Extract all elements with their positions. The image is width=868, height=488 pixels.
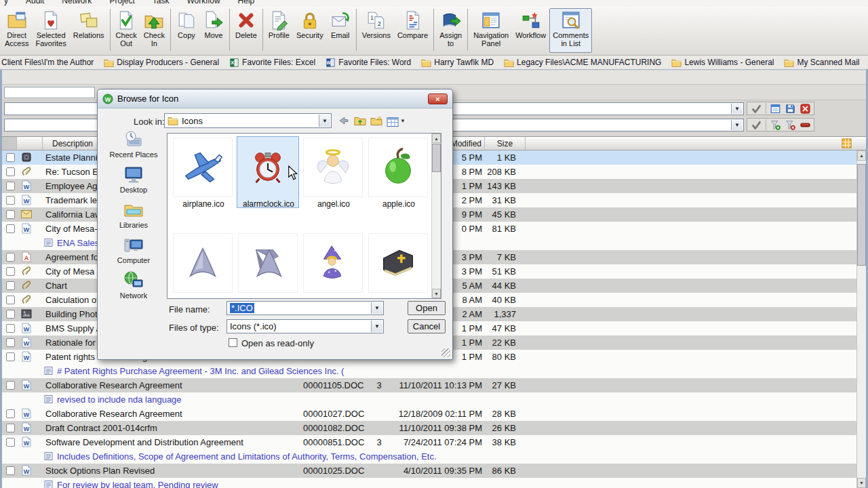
- toolbar-check-in[interactable]: CheckIn: [140, 8, 168, 53]
- toolbar-copy[interactable]: Copy: [173, 8, 200, 53]
- header-icon-column[interactable]: [17, 137, 43, 150]
- row-checkbox[interactable]: [6, 338, 15, 347]
- chevron-down-icon[interactable]: ▼: [371, 302, 382, 314]
- row-checkbox[interactable]: [6, 381, 15, 390]
- scroll-up-icon[interactable]: ▲: [432, 134, 441, 143]
- toolbar-relations[interactable]: Relations: [70, 8, 108, 53]
- toolbar-check-out[interactable]: CheckOut: [113, 8, 140, 53]
- favorite-tab-legacy-files-acme-manufacturin[interactable]: Legacy Files\ACME MANUFACTURING: [504, 58, 661, 67]
- row-checkbox[interactable]: [6, 253, 15, 262]
- row-checkbox[interactable]: [6, 352, 15, 361]
- chevron-down-icon[interactable]: ▼: [731, 104, 743, 114]
- up-one-level-icon[interactable]: [353, 113, 368, 128]
- save-icon[interactable]: [785, 103, 796, 114]
- quick-search-input[interactable]: [4, 87, 95, 98]
- row-checkbox[interactable]: [6, 296, 15, 304]
- dialog-titlebar[interactable]: W Browse for Icon ×: [98, 89, 452, 108]
- sidebar-item-recent-places[interactable]: Recent Places: [102, 129, 165, 159]
- toolbar-security[interactable]: Security: [293, 8, 327, 53]
- chevron-down-icon[interactable]: ▼: [731, 120, 743, 130]
- comment-row[interactable]: # Patent Rights Purchase Agreement - 3M …: [2, 364, 856, 378]
- favorite-tab-my-scanned-mail[interactable]: My Scanned Mail: [784, 58, 859, 67]
- file-name-combo[interactable]: *.ICO ▼: [226, 301, 384, 315]
- favorite-tab-display-producers-general[interactable]: Display Producers - General: [104, 58, 219, 67]
- row-checkbox[interactable]: [6, 153, 15, 162]
- icon-file-angel-ico[interactable]: angel.ico: [302, 136, 364, 208]
- scrollbar-thumb[interactable]: [857, 164, 866, 266]
- close-icon[interactable]: ×: [428, 94, 448, 104]
- new-folder-icon[interactable]: [369, 113, 384, 128]
- toolbar-profile[interactable]: Profile: [265, 8, 293, 53]
- row-checkbox[interactable]: [6, 210, 15, 219]
- favorite-tab-favorite-files-excel[interactable]: XFavorite Files: Excel: [229, 58, 315, 67]
- row-checkbox[interactable]: [6, 324, 15, 333]
- row-checkbox[interactable]: [6, 438, 15, 447]
- row-checkbox[interactable]: [6, 267, 15, 276]
- toolbar-email[interactable]: Email: [327, 8, 354, 53]
- chevron-down-icon[interactable]: ▼: [371, 321, 382, 332]
- table-row[interactable]: WSoftware Development and Distribution A…: [2, 435, 856, 449]
- table-row[interactable]: WDraft Contract 2001-014crfm00001082.DOC…: [2, 421, 856, 435]
- icon-file-unnamed-7[interactable]: [367, 232, 429, 299]
- file-list-scrollbar[interactable]: ▲ ▼: [856, 150, 866, 488]
- row-checkbox[interactable]: [6, 310, 15, 319]
- chevron-down-icon[interactable]: ▼: [319, 115, 330, 127]
- icon-file-airplane-ico[interactable]: airplane.ico: [172, 136, 234, 208]
- row-checkbox[interactable]: [6, 196, 15, 205]
- toolbar-move[interactable]: Move: [200, 8, 227, 53]
- toolbar-versions[interactable]: 12Versions: [359, 8, 394, 53]
- menu-network[interactable]: Network: [62, 0, 92, 5]
- toolbar-assign-to[interactable]: Assignto: [436, 8, 465, 53]
- sidebar-item-network[interactable]: Network: [102, 270, 165, 300]
- toolbar-delete[interactable]: Delete: [232, 8, 260, 53]
- table-row[interactable]: WStock Options Plan Revised00001025.DOC4…: [2, 464, 856, 478]
- comment-row[interactable]: revised to include nda language: [2, 392, 856, 407]
- row-checkbox[interactable]: [6, 182, 15, 190]
- resize-grip[interactable]: [441, 348, 450, 357]
- favorite-tab-harry-tawfik-md[interactable]: Harry Tawfik MD: [421, 58, 494, 67]
- open-button[interactable]: Open: [408, 301, 446, 315]
- row-checkbox[interactable]: [6, 224, 15, 233]
- favorite-tab-favorite-files-word[interactable]: WFavorite Files: Word: [326, 58, 411, 67]
- sidebar-item-libraries[interactable]: Libraries: [102, 200, 165, 229]
- icon-grid-scrollbar[interactable]: ▲ ▼: [431, 134, 441, 298]
- menu-workflow[interactable]: Workflow: [186, 0, 220, 5]
- toolbar-comments-in-list[interactable]: Commentsin List: [549, 8, 592, 53]
- favorite-tab-lewis-williams-general[interactable]: Lewis Williams - General: [671, 58, 774, 67]
- column-settings-icon[interactable]: [841, 138, 852, 148]
- toolbar-navigation-panel[interactable]: NavigationPanel: [470, 8, 512, 53]
- menu-project[interactable]: Project: [109, 0, 134, 5]
- read-only-checkbox[interactable]: [229, 338, 237, 347]
- look-in-combo[interactable]: Icons ▼: [164, 113, 332, 128]
- cancel-button[interactable]: Cancel: [408, 319, 446, 333]
- row-checkbox[interactable]: [6, 409, 15, 418]
- icon-file-unnamed-5[interactable]: [237, 232, 299, 299]
- scrollbar-thumb[interactable]: [432, 144, 441, 172]
- view-menu-icon[interactable]: ▼: [385, 113, 407, 128]
- toolbar-selected-favorites[interactable]: SelectedFavorites: [32, 8, 69, 53]
- header-checkbox-column[interactable]: [2, 137, 17, 150]
- menu-task[interactable]: Task: [153, 0, 170, 5]
- toolbar-workflow[interactable]: Workflow: [512, 8, 549, 53]
- comment-row[interactable]: Includes Definitions, Scope of Agreement…: [2, 449, 856, 464]
- sidebar-item-desktop[interactable]: Desktop: [102, 165, 165, 194]
- table-row[interactable]: WCollaborative Research Agreement0000102…: [2, 407, 856, 421]
- funnel-add-icon[interactable]: [770, 119, 781, 130]
- minus-icon[interactable]: [800, 119, 811, 130]
- check-icon[interactable]: [751, 119, 762, 130]
- toolbar-compare[interactable]: Compare: [394, 8, 431, 53]
- scroll-up-icon[interactable]: ▲: [857, 150, 866, 161]
- row-checkbox[interactable]: [6, 281, 15, 290]
- comment-row[interactable]: For review by legal team. Pending review: [2, 478, 856, 488]
- row-checkbox[interactable]: [6, 466, 15, 475]
- menu-audit[interactable]: Audit: [26, 0, 44, 5]
- scroll-down-icon[interactable]: ▼: [857, 478, 866, 488]
- sidebar-item-computer[interactable]: Computer: [102, 235, 165, 264]
- icon-file-unnamed-6[interactable]: [302, 232, 364, 299]
- check-icon[interactable]: [751, 103, 762, 114]
- funnel-del-icon[interactable]: [785, 119, 796, 130]
- favorite-tab-client-files-i-m-the-author[interactable]: Client Files\I'm the Author: [1, 58, 94, 67]
- icon-file-unnamed-4[interactable]: [172, 232, 234, 299]
- row-checkbox[interactable]: [6, 424, 15, 432]
- table-row[interactable]: WCollaborative Research Agreement0000110…: [2, 378, 856, 392]
